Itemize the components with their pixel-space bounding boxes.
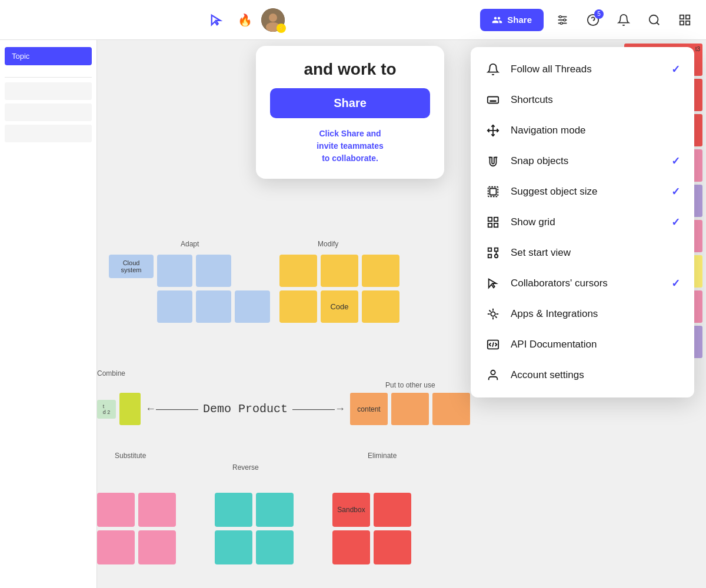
search-button[interactable]: [642, 8, 666, 32]
svg-rect-30: [488, 218, 492, 221]
svg-marker-39: [489, 279, 497, 288]
pink-stickies-left: [97, 493, 176, 564]
fire-icon: 🔥: [238, 13, 252, 27]
magnet-icon: [485, 153, 501, 169]
svg-rect-33: [494, 223, 498, 227]
set-start-view-label: Set start view: [511, 247, 680, 259]
menu-item-set-start-view[interactable]: Set start view: [471, 238, 694, 268]
svg-rect-17: [686, 21, 690, 24]
modify-label: Modify: [318, 240, 338, 248]
svg-point-7: [559, 15, 561, 18]
substitute-label: Substitute: [115, 452, 146, 460]
sticky-pink-3[interactable]: [97, 530, 135, 564]
svg-line-44: [495, 316, 497, 318]
sticky-yellow-1[interactable]: [279, 255, 317, 287]
settings-button[interactable]: [551, 8, 574, 32]
svg-point-8: [564, 19, 566, 21]
share-button[interactable]: Share: [480, 9, 544, 31]
avatar-container: ⚡: [261, 8, 285, 32]
notifications-button[interactable]: [612, 8, 635, 32]
demo-product-row: td 2 ←———— Demo Product ————→ content: [97, 393, 485, 425]
collaborators-cursors-label: Collaborators' cursors: [511, 278, 662, 289]
fire-button[interactable]: 🔥: [233, 8, 257, 32]
left-sidebar: Topic: [0, 40, 97, 588]
menu-item-snap-objects[interactable]: Snap objects ✓: [471, 146, 694, 176]
sticky-yellow-2[interactable]: [321, 255, 358, 287]
menu-button[interactable]: [673, 8, 697, 32]
sticky-yellow-4[interactable]: [279, 290, 317, 323]
sticky-pink-1[interactable]: [97, 493, 135, 527]
adapt-label: Adapt: [181, 240, 199, 248]
demo-product-label: Demo Product: [203, 402, 288, 416]
share-popup-button[interactable]: Share: [270, 88, 430, 118]
sticky-orange-1[interactable]: [391, 393, 429, 425]
menu-item-suggest-object-size[interactable]: Suggest object size ✓: [471, 176, 694, 207]
svg-point-40: [491, 312, 495, 316]
put-other-use-label: Put to other use: [385, 381, 435, 389]
sticky-teal-3[interactable]: [215, 530, 252, 564]
api-documentation-label: API Documentation: [511, 339, 680, 350]
menu-item-account-settings[interactable]: Account settings: [471, 360, 694, 390]
sticky-blue-5[interactable]: [235, 290, 270, 323]
sticky-yellow-5[interactable]: [362, 290, 399, 323]
share-popup-description: Click Share andinvite teammatesto collab…: [270, 128, 430, 165]
desc-prefix: Click: [319, 129, 341, 138]
tool-select-button[interactable]: [205, 8, 228, 32]
svg-rect-32: [488, 223, 492, 227]
menu-item-follow-threads[interactable]: Follow all Threads ✓: [471, 54, 694, 85]
sticky-blue-4[interactable]: [196, 290, 231, 323]
menu-item-shortcuts[interactable]: Shortcuts: [471, 85, 694, 115]
share-button-label: Share: [507, 15, 532, 25]
svg-rect-14: [680, 15, 684, 18]
notification-badge: 5: [594, 9, 604, 19]
cloud-system-area: Cloud system: [109, 255, 270, 323]
svg-line-13: [657, 22, 659, 25]
sticky-blue-3[interactable]: [157, 290, 192, 323]
code-sticky[interactable]: Code: [321, 290, 358, 323]
sticky-pink-4[interactable]: [138, 530, 176, 564]
move-icon: [485, 122, 501, 139]
cloud-system-sticky[interactable]: Cloud system: [109, 255, 154, 278]
sticky-blue-2[interactable]: [196, 255, 231, 287]
share-popup-title: and work to: [270, 60, 430, 79]
sticky-teal-4[interactable]: [256, 530, 294, 564]
sticky-red-3[interactable]: [374, 530, 411, 564]
reverse-label: Reverse: [232, 463, 259, 472]
sticky-teal-2[interactable]: [256, 493, 294, 527]
svg-marker-0: [212, 15, 221, 25]
avatar-badge: ⚡: [277, 24, 286, 33]
svg-rect-31: [494, 218, 498, 221]
desc-highlight: Share: [341, 129, 364, 138]
show-grid-check: ✓: [671, 216, 680, 229]
sticky-red-1[interactable]: [374, 493, 411, 527]
help-button[interactable]: 5: [581, 8, 605, 32]
svg-rect-35: [495, 248, 498, 252]
yellow-stickies-area: Code: [279, 255, 399, 323]
snap-objects-check: ✓: [671, 155, 680, 168]
sandbox-sticky[interactable]: Sandbox: [332, 493, 370, 527]
svg-point-12: [650, 15, 658, 24]
menu-item-api-documentation[interactable]: API Documentation: [471, 329, 694, 360]
suggest-object-size-label: Suggest object size: [511, 186, 662, 198]
sidebar-topic-item[interactable]: Topic: [5, 47, 92, 65]
svg-point-37: [495, 255, 498, 258]
menu-item-show-grid[interactable]: Show grid ✓: [471, 207, 694, 238]
navigation-mode-label: Navigation mode: [511, 125, 680, 136]
suggest-object-size-check: ✓: [671, 185, 680, 198]
sticky-yellow-3[interactable]: [362, 255, 399, 287]
sticky-pink-2[interactable]: [138, 493, 176, 527]
content-sticky[interactable]: content: [350, 393, 388, 425]
sticky-red-2[interactable]: [332, 530, 370, 564]
svg-rect-29: [490, 189, 497, 195]
account-settings-label: Account settings: [511, 369, 680, 381]
sticky-blue-1[interactable]: [157, 255, 192, 287]
combine-label: Combine: [97, 369, 125, 377]
menu-item-collaborators-cursors[interactable]: Collaborators' cursors ✓: [471, 268, 694, 299]
sticky-teal-1[interactable]: [215, 493, 252, 527]
svg-point-9: [560, 22, 562, 24]
eliminate-label: Eliminate: [368, 452, 397, 460]
svg-point-2: [269, 14, 277, 22]
menu-item-apps-integrations[interactable]: Apps & Integrations: [471, 299, 694, 329]
menu-item-navigation-mode[interactable]: Navigation mode: [471, 115, 694, 146]
sticky-orange-2[interactable]: [432, 393, 470, 425]
